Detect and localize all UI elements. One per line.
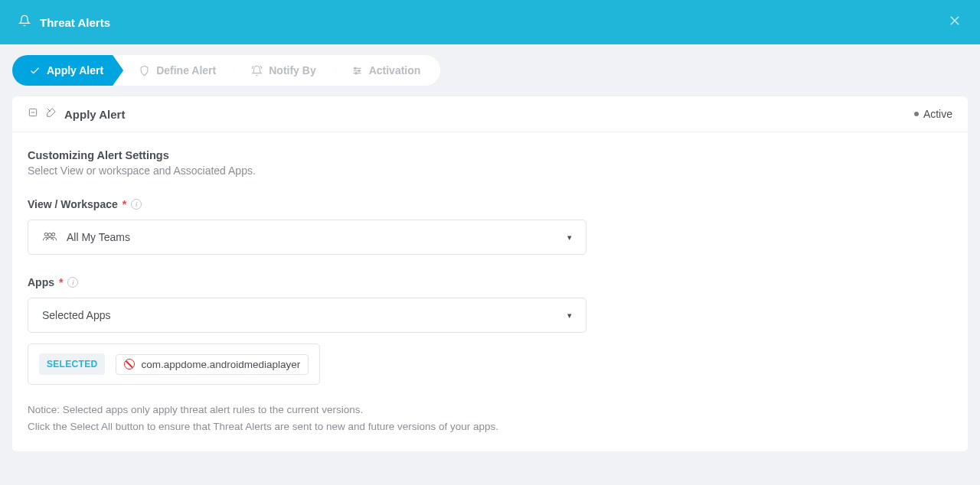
page-header: Threat Alerts <box>0 0 980 44</box>
sliders-icon <box>351 65 363 76</box>
teams-icon <box>42 231 57 244</box>
step-label: Notify By <box>269 64 315 76</box>
tools-icon <box>46 107 57 121</box>
close-icon[interactable] <box>948 14 962 31</box>
card-title: Apply Alert <box>64 108 125 121</box>
step-label: Activation <box>369 64 421 76</box>
main-card: Apply Alert Active Customizing Alert Set… <box>12 96 968 451</box>
apps-label: Apps * i <box>28 276 952 288</box>
section-title: Customizing Alert Settings <box>28 149 952 161</box>
required-mark: * <box>122 198 126 210</box>
shield-icon <box>139 65 150 76</box>
select-content: Selected Apps <box>42 309 111 321</box>
notice-line-2: Click the Select All button to ensure th… <box>28 418 952 435</box>
info-icon[interactable]: i <box>131 199 142 210</box>
status-indicator: Active <box>914 108 952 120</box>
form-group-view-workspace: View / Workspace * i All My Teams ▾ <box>28 198 952 255</box>
card-body: Customizing Alert Settings Select View o… <box>12 132 968 451</box>
check-icon <box>29 65 41 76</box>
status-dot-icon <box>914 112 919 116</box>
header-left: Threat Alerts <box>18 15 110 30</box>
step-activation[interactable]: Activation <box>325 55 441 86</box>
required-mark: * <box>59 276 63 288</box>
section-subtitle: Select View or workspace and Associated … <box>28 164 952 177</box>
select-content: All My Teams <box>42 231 130 244</box>
app-chip[interactable]: com.appdome.androidmediaplayer <box>116 354 309 375</box>
wizard-steps: Apply Alert Define Alert Notify By Activ… <box>0 44 980 96</box>
label-text: Apps <box>28 276 54 288</box>
selected-apps-row: SELECTED com.appdome.androidmediaplayer <box>28 343 320 385</box>
apps-select[interactable]: Selected Apps ▾ <box>28 298 586 333</box>
notice-text: Notice: Selected apps only apply threat … <box>28 402 952 435</box>
step-label: Define Alert <box>156 64 216 76</box>
status-label: Active <box>923 108 952 120</box>
chevron-down-icon: ▾ <box>567 233 572 242</box>
header-title: Threat Alerts <box>40 16 110 29</box>
svg-point-11 <box>44 233 47 236</box>
label-text: View / Workspace <box>28 198 118 210</box>
svg-point-13 <box>48 233 52 236</box>
svg-line-10 <box>47 109 51 112</box>
view-workspace-label: View / Workspace * i <box>28 198 952 210</box>
notice-line-1: Notice: Selected apps only apply threat … <box>28 402 952 418</box>
bell-ring-icon <box>251 65 263 76</box>
form-group-apps: Apps * i Selected Apps ▾ SELECTED com.ap… <box>28 276 952 385</box>
chevron-down-icon: ▾ <box>567 311 572 321</box>
select-value: All My Teams <box>67 231 130 243</box>
info-icon[interactable]: i <box>67 277 78 288</box>
step-notify-by[interactable]: Notify By <box>225 55 335 86</box>
card-header-left: Apply Alert <box>28 107 125 121</box>
step-define-alert[interactable]: Define Alert <box>113 55 236 86</box>
selected-badge: SELECTED <box>39 353 105 375</box>
card-header: Apply Alert Active <box>12 96 968 132</box>
step-label: Apply Alert <box>47 64 103 76</box>
collapse-icon[interactable] <box>28 107 38 121</box>
app-chip-label: com.appdome.androidmediaplayer <box>141 359 300 370</box>
bell-icon <box>18 15 31 30</box>
svg-point-12 <box>52 233 55 236</box>
view-workspace-select[interactable]: All My Teams ▾ <box>28 220 586 255</box>
step-apply-alert[interactable]: Apply Alert <box>12 55 123 86</box>
prohibit-icon <box>124 359 135 369</box>
select-value: Selected Apps <box>42 309 111 321</box>
